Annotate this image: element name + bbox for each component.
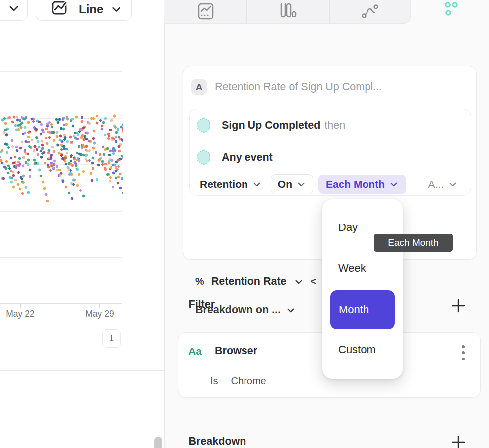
scatter-point [40,175,43,178]
scatter-point [14,166,18,169]
scatter-point [23,156,25,158]
event-suffix: then [324,119,345,132]
event-step-row[interactable]: Any event [197,149,277,166]
scatter-point [93,141,96,145]
chart-type-button[interactable]: Line [36,0,132,21]
scatter-point [13,155,17,159]
on-dropdown[interactable]: On [271,174,313,194]
add-breakdown-button[interactable] [450,434,466,448]
filter-condition[interactable]: IsChrome [210,375,266,387]
scatter-point [88,122,91,125]
scatter-point [5,160,8,163]
scatter-point [41,181,45,184]
interval-option-day[interactable]: Day [338,221,358,234]
scatter-point [92,129,96,133]
event-name[interactable]: Sign Up Completed [222,119,320,132]
axis-tick [99,304,100,308]
measure-row: % Retention Rate < [195,275,316,288]
event-step-row[interactable]: Sign Up Completed then [197,117,345,134]
scatter-point [95,122,99,125]
filter-operator[interactable]: Is [210,375,218,386]
collapsed-dropdown-button[interactable] [0,0,28,21]
filter-value[interactable]: Chrome [231,375,266,386]
scatter-point [6,171,10,175]
tab-insights[interactable] [164,0,246,24]
scatter-point [60,153,64,157]
scatter-point [92,146,95,150]
chevron-down-icon [296,179,306,189]
scatter-point [92,137,95,140]
plus-icon [451,298,466,313]
add-filter-button[interactable] [450,298,466,314]
chart-type-label: Line [79,2,103,16]
scatter-point [40,156,43,159]
scatter-point [117,145,121,148]
on-label: On [278,178,292,190]
scatter-point [58,169,61,171]
scatter-point [22,164,25,168]
truncated-dropdown[interactable]: A... [424,175,462,194]
scatter-point [59,134,62,137]
scatter-point [98,153,102,156]
scatter-point [76,168,79,171]
scatter-point [19,119,21,122]
flows-icon [360,2,380,22]
tab-retention-active[interactable] [412,0,489,24]
scatter-point [95,151,97,154]
scatter-point [56,165,58,168]
string-type-icon: Aa [188,345,202,357]
scatter-point [67,191,70,194]
scatter-point [79,189,82,192]
scatter-point [100,127,104,131]
scatter-point [53,159,56,163]
scatter-point [19,147,22,150]
kebab-dot [462,358,465,361]
scatter-point [95,178,98,181]
interval-option-custom[interactable]: Custom [338,343,376,356]
scatter-point [38,168,41,172]
breakdown-section-title: Breakdown [189,435,246,448]
scatter-point [50,126,53,129]
scatter-point [45,128,48,130]
scrollbar-thumb[interactable] [154,437,162,448]
series-letter-badge: A [191,79,207,95]
scatter-point [90,172,93,175]
pagination-badge[interactable]: 1 [102,329,121,348]
scatter-point [116,181,120,185]
scatter-point [121,130,123,133]
scatter-point [77,159,81,162]
query-title[interactable]: Retention Rate of Sign Up Compl... [215,81,382,93]
filter-property-name[interactable]: Browser [215,345,257,357]
scatter-point [109,158,111,160]
retention-type-dropdown[interactable]: Retention [196,175,266,194]
interval-option-week[interactable]: Week [338,262,366,275]
truncated-control[interactable]: < [311,276,317,287]
scatter-point [70,141,73,144]
scatter-point [52,150,56,153]
measure-dropdown[interactable]: Retention Rate [211,275,287,288]
scatter-point [92,167,94,170]
interval-option-month-selected[interactable]: Month [330,290,395,329]
scatter-point [65,148,68,151]
tab-funnels[interactable] [246,0,329,24]
interval-dropdown-trigger[interactable]: Each Month [318,175,406,194]
scatter-point [71,124,75,128]
scatter-point [44,136,48,140]
scatter-point [36,162,39,165]
scatter-point [27,191,30,194]
scatter-point [41,147,44,150]
scatter-point [18,157,21,160]
report-tab-strip [164,0,411,24]
scatter-point [63,159,67,163]
scatter-plot-area[interactable] [0,70,123,234]
scatter-point [27,140,30,143]
event-name[interactable]: Any event [222,151,273,164]
scatter-point [101,163,104,166]
tab-flows[interactable] [329,0,411,24]
panel-divider-rule [0,370,164,371]
kebab-dot [462,345,465,348]
chart-panel: Line May 22 May 29 1 [0,0,164,448]
filter-menu-button[interactable] [457,344,469,361]
line-chart-icon [197,2,215,22]
chevron-down-icon [252,179,262,189]
